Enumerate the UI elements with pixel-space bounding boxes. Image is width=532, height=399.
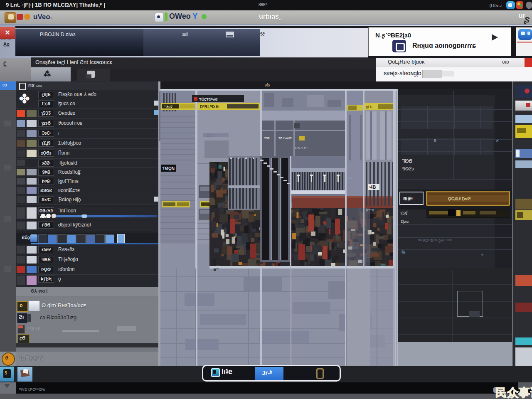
svg-text:ᴵϨᎻᎥᴵᴺ: ᴵϨᎻᎥᴵᴺ [403, 197, 413, 201]
svg-text:ƬꝊꟄƬϬᴷʌϨ: ƬꝊꟄƬϬᴷʌϨ [199, 97, 218, 101]
svg-text:⅂ᎧϬ: ⅂ᎧϬ [402, 158, 412, 164]
svg-text:ƬʘϘΝ: ƬʘϘΝ [163, 166, 175, 171]
svg-text:ᴺᴵᴺ ꞦᎠᴵᴱ₿ᴱᴬᴵ ϘᎻᴱ ᴱᴵᴵᴵᴵᴺ: ᴺᴵᴺ ꞦᎠᴵᴱ₿ᴱᴬᴵ ϘᎻᴱ ᴱᴵᴵᴵᴵᴺ [418, 239, 452, 243]
svg-text:ϘϹᎯᏌᴵ Ꭰᴨᴵϩ: ϘϹᎯᏌᴵ Ꭰᴨᴵϩ [448, 197, 471, 201]
svg-text:ᴵ4₿: ᴵ4₿ [369, 185, 376, 190]
svg-text:ᴄϘΛϧ: ᴄϘΛϧ [204, 133, 214, 138]
svg-text:ϟ: ϟ [481, 253, 483, 257]
svg-text:ϑ: ϑ [434, 138, 436, 143]
svg-text:ᎠϬ ᴄᎤᴼ: ᎠϬ ᴄᎤᴼ [295, 146, 307, 150]
svg-text:ᴵ9Ꮻϩ϶: ᴵ9Ꮻϩ϶ [402, 166, 414, 171]
svg-text:ᴵſɕ: ᴵſɕ [401, 250, 405, 254]
svg-text:ᎠᴱᎡᏞᴺϬ E: ᎠᴱᎡᏞᴺϬ E [200, 104, 219, 109]
svg-text:϶ᴼᴼ: ϶ᴼᴼ [347, 177, 352, 180]
svg-text:ϘᎻϟ: ϘᎻϟ [366, 105, 373, 109]
svg-text:Ɛɭɒıᵶ: Ɛɭɒıᵶ [401, 219, 409, 224]
svg-text:ᴵ 8ᴜ7: ᴵ 8ᴜ7 [165, 105, 172, 109]
svg-text:ʅꟄꞸʆ: ʅꟄꞸʆ [400, 211, 408, 216]
svg-text:ᴴϬE: ᴴϬE [264, 137, 270, 140]
svg-text:ϭ˙: ϭ˙ [496, 139, 500, 143]
svg-text:7Ϭ ᴼ.ɕᴨᎤ: 7Ϭ ᴼ.ɕᴨᎤ [278, 137, 292, 140]
